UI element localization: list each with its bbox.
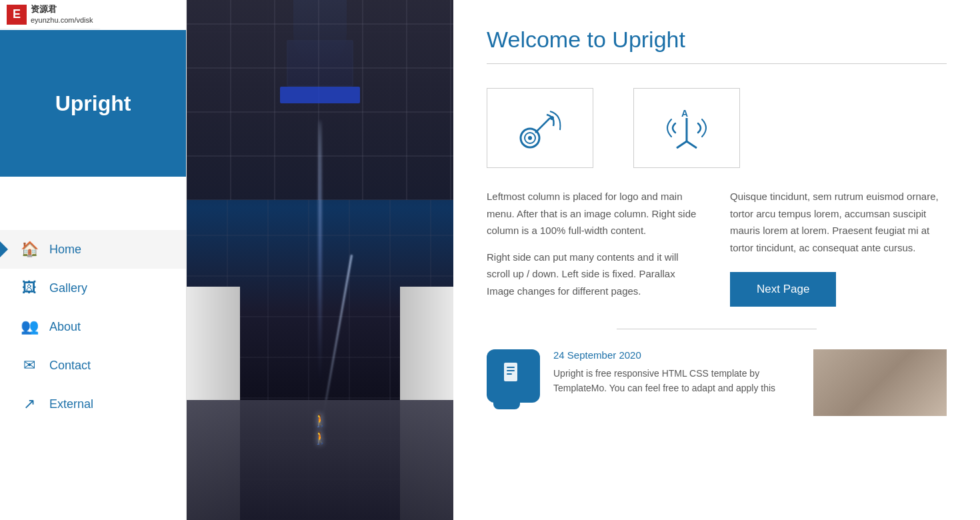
icon-box-signal <box>487 88 593 168</box>
svg-rect-12 <box>507 373 512 375</box>
figures: 🚶 🚶 <box>300 413 340 467</box>
sidebar: Upright 🏠 Home 🖼 Gallery 👥 About ✉ Conta… <box>0 0 187 520</box>
sidebar-nav: 🏠 Home 🖼 Gallery 👥 About ✉ Contact ↗ Ext… <box>0 177 186 520</box>
light-strip <box>319 120 321 387</box>
icon-box-antenna: A <box>633 88 740 168</box>
col-right: Quisque tincidunt, sem rutrum euismod or… <box>730 188 947 309</box>
blog-icon <box>487 349 540 403</box>
sidebar-item-home[interactable]: 🏠 Home <box>0 230 186 269</box>
next-page-button[interactable]: Next Page <box>730 272 836 307</box>
blog-date: 24 September 2020 <box>553 349 800 361</box>
main-content: Welcome to Upright <box>453 0 980 520</box>
blog-description: Upright is free responsive HTML CSS temp… <box>553 366 800 396</box>
tunnel-image: 🚶 🚶 <box>187 0 453 520</box>
sidebar-label-gallery: Gallery <box>49 281 87 295</box>
sidebar-label-home: Home <box>49 243 81 257</box>
mid-divider <box>617 329 817 329</box>
svg-text:A: A <box>681 108 688 119</box>
sidebar-item-contact[interactable]: ✉ Contact <box>0 346 186 385</box>
watermark-url: eyunzhu.com/vdisk <box>31 15 93 25</box>
sidebar-logo: Upright <box>0 30 186 177</box>
watermark-letter: E <box>7 5 27 25</box>
svg-rect-11 <box>507 370 515 371</box>
svg-rect-9 <box>504 363 517 381</box>
sidebar-label-contact: Contact <box>49 359 91 373</box>
about-icon: 👥 <box>20 318 39 335</box>
watermark-text: 资源君 eyunzhu.com/vdisk <box>31 4 93 25</box>
external-icon: ↗ <box>20 395 39 413</box>
svg-line-3 <box>535 118 550 133</box>
blog-image <box>813 349 947 416</box>
svg-line-7 <box>687 141 697 148</box>
home-icon: 🏠 <box>20 241 39 258</box>
gallery-icon: 🖼 <box>20 279 39 297</box>
title-divider <box>487 63 947 64</box>
ceiling-accent <box>280 87 360 103</box>
blog-text: 24 September 2020 Upright is free respon… <box>553 349 800 396</box>
contact-icon: ✉ <box>20 357 39 374</box>
satellite-icon <box>517 105 563 151</box>
document-icon <box>501 361 525 391</box>
sidebar-label-about: About <box>49 320 81 334</box>
page-title: Welcome to Upright <box>487 27 947 53</box>
two-column-section: Leftmost column is placed for logo and m… <box>487 188 947 309</box>
svg-point-2 <box>528 136 532 140</box>
watermark-brand: 资源君 <box>31 4 93 15</box>
col-right-text: Quisque tincidunt, sem rutrum euismod or… <box>730 188 947 256</box>
col-left-text2: Right side can put many contents and it … <box>487 249 703 300</box>
svg-line-6 <box>677 141 687 148</box>
blog-section: 24 September 2020 Upright is free respon… <box>487 349 947 416</box>
icons-row: A <box>487 88 947 168</box>
watermark: E 资源君 eyunzhu.com/vdisk <box>0 0 100 29</box>
sidebar-item-external[interactable]: ↗ External <box>0 385 186 423</box>
parallax-image-column: 🚶 🚶 <box>187 0 453 520</box>
sidebar-item-gallery[interactable]: 🖼 Gallery <box>0 269 186 307</box>
sidebar-item-about[interactable]: 👥 About <box>0 307 186 346</box>
svg-rect-10 <box>507 367 515 368</box>
svg-point-4 <box>550 116 554 120</box>
sidebar-label-external: External <box>49 397 93 411</box>
col-left: Leftmost column is placed for logo and m… <box>487 188 703 309</box>
col-left-text1: Leftmost column is placed for logo and m… <box>487 188 703 239</box>
antenna-icon: A <box>663 105 710 151</box>
